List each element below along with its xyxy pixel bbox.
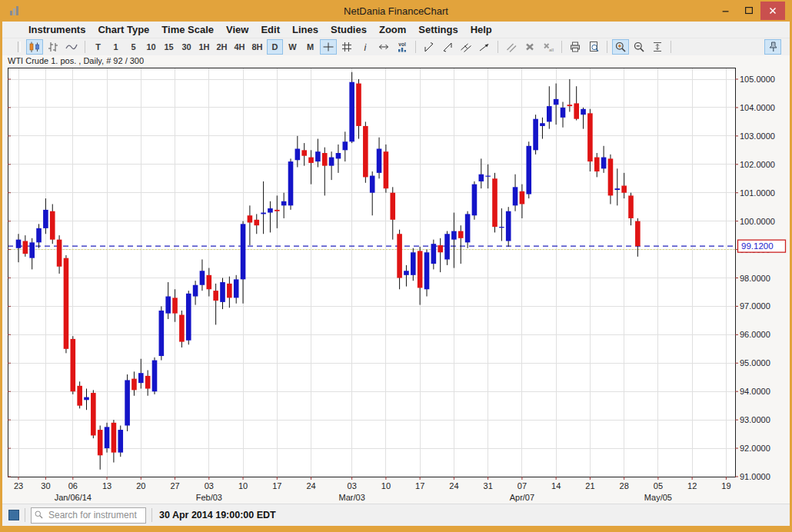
zoom-out-button[interactable] [631, 39, 647, 55]
svg-text:23: 23 [14, 481, 23, 490]
trend-line-icon [423, 41, 435, 53]
pin-toolbar-button[interactable] [764, 39, 781, 55]
candlestick-chart-button[interactable] [26, 39, 43, 55]
search-input[interactable] [31, 507, 146, 524]
channel-button[interactable] [458, 39, 474, 55]
ohlc-bar-chart-button[interactable] [45, 39, 62, 55]
trend-line-alt-button[interactable] [439, 39, 456, 55]
menu-item-instruments[interactable]: Instruments [22, 22, 92, 38]
window-bottom-edge [2, 526, 790, 532]
volume-icon: vol [396, 41, 408, 53]
svg-text:28: 28 [620, 481, 629, 490]
menu-item-studies[interactable]: Studies [324, 22, 373, 38]
zoom-in-button[interactable] [612, 39, 629, 55]
print-button[interactable] [567, 39, 584, 55]
menu-item-settings[interactable]: Settings [412, 22, 464, 38]
trend-line-button[interactable] [421, 39, 438, 55]
svg-text:03: 03 [348, 481, 357, 490]
svg-text:Mar/03: Mar/03 [339, 493, 365, 502]
timeframe-button-w[interactable]: W [285, 39, 301, 55]
print-icon [569, 41, 581, 53]
chart-plot[interactable]: 105.0000104.0000103.0000102.0000101.0000… [2, 55, 790, 504]
toolbar-separator [671, 41, 671, 53]
expand-horizontal-button[interactable] [375, 39, 392, 55]
volume-button[interactable]: vol [394, 39, 411, 55]
chart-region[interactable]: WTI Crude 1. pos. , Daily, # 92 / 300 10… [2, 55, 790, 504]
svg-text:07: 07 [517, 481, 527, 490]
timestamp: 30 Apr 2014 19:00:00 EDT [159, 510, 276, 520]
fit-height-button[interactable] [649, 39, 666, 55]
menu-item-edit[interactable]: Edit [255, 22, 286, 38]
arrow-line-button[interactable] [476, 39, 493, 55]
timeframe-button-4h[interactable]: 4H [231, 39, 248, 55]
line-chart-icon [65, 41, 78, 53]
menu-item-help[interactable]: Help [464, 22, 498, 38]
search-box[interactable] [31, 507, 146, 524]
svg-text:12: 12 [687, 481, 697, 490]
remove-all-lines-button[interactable]: all [540, 39, 557, 55]
menu-item-view[interactable]: View [220, 22, 255, 38]
timeframe-button-1[interactable]: 1 [108, 39, 124, 55]
timeframe-button-d[interactable]: D [267, 39, 283, 55]
menu-item-lines[interactable]: Lines [286, 22, 324, 38]
svg-text:91.0000: 91.0000 [740, 472, 770, 481]
remove-line-button[interactable] [521, 39, 538, 55]
timeframe-button-2h[interactable]: 2H [214, 39, 230, 55]
svg-text:20: 20 [136, 481, 145, 490]
svg-text:Feb/03: Feb/03 [196, 493, 222, 502]
instrument-list-icon[interactable] [8, 510, 19, 520]
timeframe-button-10[interactable]: 10 [143, 39, 159, 55]
candlestick-icon [28, 41, 41, 53]
timeframe-button-m[interactable]: M [302, 39, 318, 55]
svg-text:93.0000: 93.0000 [740, 415, 770, 424]
timeframe-button-8h[interactable]: 8H [249, 39, 265, 55]
svg-text:05: 05 [654, 481, 663, 490]
crosshair-button[interactable] [320, 39, 337, 55]
svg-text:24: 24 [306, 481, 315, 490]
info-button[interactable]: i [357, 39, 374, 55]
parallel-lines-icon [505, 41, 517, 53]
print-preview-button[interactable] [585, 39, 602, 55]
app-window: NetDania FinanceChart InstrumentsChart T… [0, 0, 792, 532]
svg-text:97.0000: 97.0000 [740, 301, 770, 311]
svg-text:105.0000: 105.0000 [740, 75, 775, 84]
svg-text:17: 17 [272, 481, 281, 490]
svg-text:13: 13 [102, 481, 111, 490]
print-preview-icon [587, 41, 600, 53]
svg-text:03: 03 [205, 481, 214, 490]
trend-line-alt-icon [441, 41, 454, 53]
fit-height-icon [651, 41, 664, 53]
svg-text:102.0000: 102.0000 [740, 160, 775, 169]
svg-text:17: 17 [415, 481, 424, 490]
menu-item-zoom[interactable]: Zoom [373, 22, 412, 38]
toolbar-separator [607, 41, 607, 53]
instrument-label: WTI Crude 1. pos. , Daily, # 92 / 300 [8, 56, 144, 65]
line-chart-button[interactable] [63, 39, 80, 55]
menu-item-time-scale[interactable]: Time Scale [155, 22, 220, 38]
expand-horizontal-icon [378, 41, 390, 53]
toolbar: T151015301H2H4H8HDWMivolall [2, 38, 790, 55]
timeframe-button-30[interactable]: 30 [178, 39, 195, 55]
svg-text:06: 06 [68, 481, 78, 490]
parallel-lines-button[interactable] [503, 39, 520, 55]
menu-item-chart-type[interactable]: Chart Type [92, 22, 155, 38]
grid-button[interactable] [338, 39, 355, 55]
svg-text:vol: vol [398, 42, 406, 47]
svg-text:101.0000: 101.0000 [740, 188, 775, 198]
remove-all-icon: all [542, 41, 554, 53]
search-icon [34, 510, 44, 520]
toolbar-separator [561, 41, 562, 53]
timeframe-button-t[interactable]: T [90, 39, 106, 55]
svg-text:98.0000: 98.0000 [740, 274, 770, 283]
timeframe-button-15[interactable]: 15 [161, 39, 177, 55]
timeframe-button-1h[interactable]: 1H [196, 39, 212, 55]
svg-text:31: 31 [484, 481, 493, 490]
toolbar-gripper[interactable] [18, 42, 21, 52]
svg-text:10: 10 [238, 481, 248, 490]
timeframe-button-5[interactable]: 5 [125, 39, 141, 55]
svg-text:19: 19 [721, 481, 730, 490]
svg-text:21: 21 [585, 481, 594, 490]
svg-text:May/05: May/05 [644, 493, 672, 502]
menu-bar: InstrumentsChart TypeTime ScaleViewEditL… [2, 22, 790, 38]
svg-text:30: 30 [41, 481, 50, 490]
